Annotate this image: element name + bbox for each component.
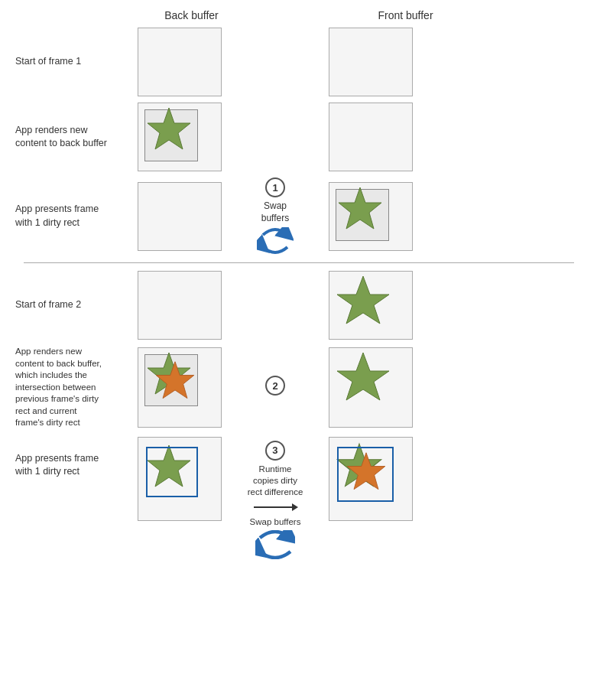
- dirty-rect-blue-front: [337, 447, 394, 502]
- frame1-row3: App presents framewith 1 dirty rect 1 Sw…: [0, 177, 597, 255]
- svg-marker-1: [339, 187, 381, 229]
- svg-marker-2: [337, 276, 389, 324]
- green-star-front3: [333, 351, 394, 411]
- frame2-front-buffer-1: [329, 271, 413, 340]
- swap-arrow-2: [255, 530, 295, 559]
- frame2-front-buffer-3: [329, 437, 413, 521]
- green-star: [141, 106, 196, 160]
- frame1-row3-label: App presents framewith 1 dirty rect: [15, 203, 138, 230]
- section-divider: [24, 262, 574, 263]
- svg-marker-5: [337, 353, 389, 400]
- frame2-middle-3: 3 Runtimecopies dirtyrect difference Swa…: [222, 437, 329, 559]
- frame1-front-buffer-1: [329, 28, 413, 96]
- frame1-front-buffer-3: [329, 182, 413, 251]
- frame1-front-buffer-2: [329, 103, 413, 171]
- frame1-back-buffer-2: [138, 103, 222, 171]
- frame2-row3-label: App presents framewith 1 dirty rect: [15, 437, 138, 479]
- frame1-row2: App renders newcontent to back buffer: [0, 103, 597, 171]
- svg-marker-0: [148, 108, 190, 149]
- frame2-back-buffer-2: [138, 347, 222, 428]
- frame2-row1: Start of frame 2: [0, 271, 597, 340]
- frame2-back-buffer-1: [138, 271, 222, 340]
- svg-marker-4: [156, 362, 194, 399]
- frame2-front-buffer-2: [329, 347, 413, 428]
- frame1-row1: Start of frame 1: [0, 28, 597, 96]
- frame1-row2-label: App renders newcontent to back buffer: [15, 124, 138, 151]
- frame2-row1-label: Start of frame 2: [15, 298, 138, 312]
- orange-star-back2: [151, 360, 200, 408]
- back-buffer-header: Back buffer: [131, 9, 253, 21]
- copy-label: Runtimecopies dirtyrect difference: [248, 464, 303, 498]
- dirty-rect-blue-back: [146, 447, 198, 497]
- green-star-front: [333, 186, 388, 239]
- front-buffer-header: Front buffer: [345, 9, 467, 21]
- frame2-row3: App presents framewith 1 dirty rect 3 Ru…: [0, 437, 597, 559]
- frame2-middle-2: 2: [222, 376, 329, 399]
- badge-1: 1: [265, 177, 285, 197]
- frame1-back-buffer-3: [138, 182, 222, 251]
- swap-label-1: Swapbuffers: [261, 200, 289, 224]
- swap-arrow-1: [257, 227, 294, 255]
- right-arrow: [252, 500, 298, 514]
- green-star-front2: [333, 275, 394, 334]
- swap-label-2: Swap buffers: [250, 516, 301, 528]
- frame1-row1-label: Start of frame 1: [15, 55, 138, 69]
- badge-3: 3: [265, 441, 285, 461]
- column-headers: Back buffer Front buffer: [0, 0, 597, 21]
- frame1-back-buffer-1: [138, 28, 222, 96]
- frame1-middle-3: 1 Swapbuffers: [222, 177, 329, 255]
- main-container: Back buffer Front buffer Start of frame …: [0, 0, 597, 700]
- frame2-back-buffer-3: [138, 437, 222, 521]
- svg-marker-8: [292, 503, 298, 511]
- frame2-row2-label: App renders newcontent to back buffer,wh…: [15, 346, 138, 429]
- badge-2: 2: [265, 376, 285, 396]
- frame2-row2: App renders newcontent to back buffer,wh…: [0, 346, 597, 429]
